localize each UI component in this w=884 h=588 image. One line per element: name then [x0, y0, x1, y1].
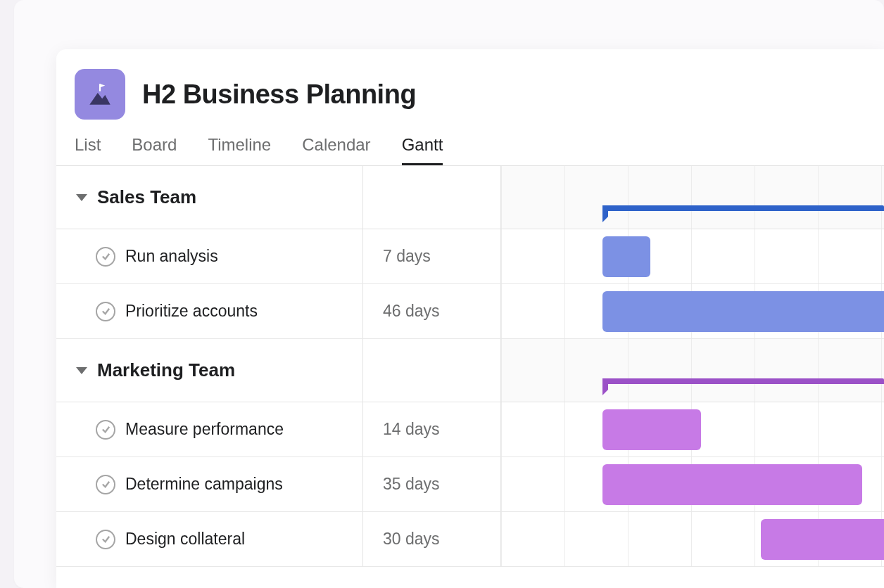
group-row-marketing[interactable]: Marketing Team	[56, 339, 884, 402]
task-row[interactable]: Design collateral 30 days	[56, 512, 884, 567]
task-row[interactable]: Measure performance 14 days	[56, 402, 884, 457]
tab-list[interactable]: List	[75, 135, 101, 165]
gantt-bar[interactable]	[602, 464, 862, 505]
check-circle-icon[interactable]	[96, 420, 115, 440]
check-circle-icon[interactable]	[96, 302, 115, 321]
task-duration: 46 days	[363, 284, 501, 338]
group-label: Marketing Team	[97, 359, 235, 381]
tab-gantt[interactable]: Gantt	[402, 135, 443, 165]
project-title: H2 Business Planning	[142, 79, 416, 110]
task-duration: 14 days	[363, 402, 501, 456]
task-duration: 7 days	[363, 229, 501, 283]
task-name: Prioritize accounts	[125, 302, 258, 321]
gantt-grid: Sales Team Run analysis 7 days Priori	[56, 165, 884, 567]
check-circle-icon[interactable]	[96, 475, 115, 494]
task-row[interactable]: Prioritize accounts 46 days	[56, 284, 884, 339]
gantt-bar[interactable]	[761, 519, 884, 560]
gantt-bar[interactable]	[602, 291, 884, 332]
task-name: Run analysis	[125, 247, 218, 266]
group-summary-bar[interactable]	[602, 378, 884, 385]
chevron-down-icon[interactable]	[76, 194, 87, 201]
task-duration: 35 days	[363, 457, 501, 511]
check-circle-icon[interactable]	[96, 247, 115, 267]
check-circle-icon[interactable]	[96, 530, 115, 549]
task-duration: 30 days	[363, 512, 501, 566]
project-icon[interactable]	[75, 69, 125, 120]
gantt-bar[interactable]	[602, 409, 701, 450]
project-header: H2 Business Planning	[56, 49, 884, 135]
view-tabs: List Board Timeline Calendar Gantt	[56, 135, 884, 165]
task-name: Determine campaigns	[125, 475, 283, 494]
tab-calendar[interactable]: Calendar	[302, 135, 370, 165]
group-row-sales[interactable]: Sales Team	[56, 166, 884, 229]
group-label: Sales Team	[97, 186, 196, 208]
task-row[interactable]: Determine campaigns 35 days	[56, 457, 884, 512]
tab-board[interactable]: Board	[132, 135, 177, 165]
project-card: H2 Business Planning List Board Timeline…	[56, 49, 884, 588]
mountain-flag-icon	[85, 79, 115, 109]
group-summary-bar[interactable]	[602, 205, 884, 212]
chevron-down-icon[interactable]	[76, 367, 87, 374]
task-name: Measure performance	[125, 420, 284, 439]
gantt-bar[interactable]	[602, 236, 650, 277]
tab-timeline[interactable]: Timeline	[208, 135, 271, 165]
task-row[interactable]: Run analysis 7 days	[56, 229, 884, 284]
task-name: Design collateral	[125, 530, 245, 549]
